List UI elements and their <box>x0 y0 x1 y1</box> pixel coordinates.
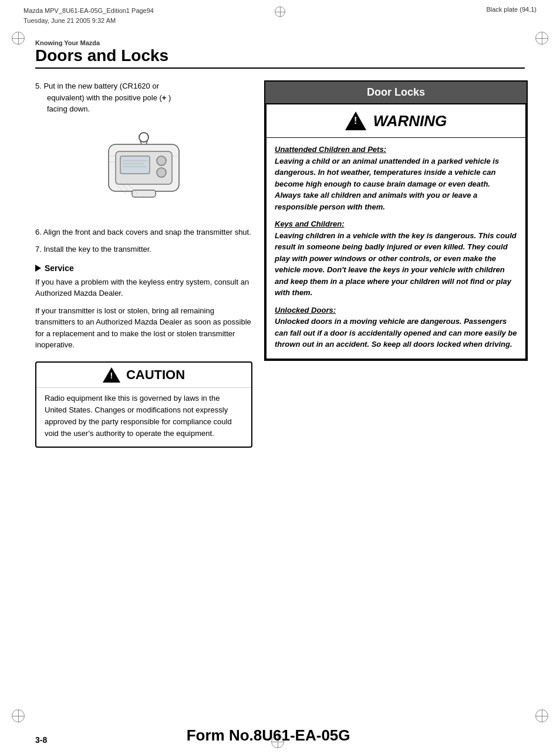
warning-section2: Keys and Children: Leaving children in a… <box>275 218 517 299</box>
header-date: Tuesday, June 21 2005 9:32 AM <box>23 16 154 26</box>
header-plate: Black plate (94,1) <box>486 6 537 13</box>
svg-rect-2 <box>120 156 150 174</box>
two-col-layout: 5. Put in the new battery (CR1620 or equ… <box>0 71 560 448</box>
section-subheading: Knowing Your Mazda <box>35 39 525 46</box>
warning-heading-text: WARNING <box>373 112 447 130</box>
door-locks-title: Door Locks <box>265 82 527 103</box>
step5-line1: 5. Put in the new battery (CR1620 or <box>35 82 159 90</box>
section-heading: Knowing Your Mazda Doors and Locks <box>0 39 560 69</box>
reg-top-center <box>274 6 286 18</box>
form-number: Form No.8U61-EA-05G <box>47 726 490 745</box>
warning-section3-body: Unlocked doors in a moving vehicle are d… <box>275 317 517 349</box>
reg-bottom-left <box>12 709 25 722</box>
header-left: Mazda MPV_8U61-EA-05G_Edition1 Page94 Tu… <box>23 6 154 25</box>
reg-top-left <box>12 32 25 45</box>
service-heading: Service <box>35 263 252 273</box>
svg-rect-8 <box>132 190 156 197</box>
reg-bottom-right <box>535 709 548 722</box>
warning-section1-body: Leaving a child or an animal unattended … <box>275 157 499 211</box>
step5-line4: facing down. <box>35 104 90 113</box>
step7-text: 7. Install the key to the transmitter. <box>35 244 252 255</box>
door-locks-box: Door Locks WARNING Unattended Children a… <box>264 80 528 361</box>
service-heading-text: Service <box>45 263 74 273</box>
service-para1: If you have a problem with the keyless e… <box>35 276 252 299</box>
transmitter-image <box>85 127 203 215</box>
steps-6-7: 6. Align the front and back covers and s… <box>35 226 252 255</box>
step5-text: 5. Put in the new battery (CR1620 or equ… <box>35 80 252 115</box>
caution-heading-text: CAUTION <box>126 367 185 383</box>
page-footer: 3-8 Form No.8U61-EA-05G <box>0 726 560 754</box>
warning-triangle-icon <box>345 111 366 130</box>
svg-point-3 <box>157 156 166 165</box>
warning-section1-title: Unattended Children and Pets: <box>275 145 386 154</box>
header-right: Black plate (94,1) <box>486 6 537 13</box>
section-title: Doors and Locks <box>35 46 525 69</box>
svg-point-5 <box>139 133 149 142</box>
caution-body: Radio equipment like this is governed by… <box>36 387 251 447</box>
service-section: Service If you have a problem with the k… <box>35 263 252 351</box>
left-column: 5. Put in the new battery (CR1620 or equ… <box>35 80 252 448</box>
header-edition: Mazda MPV_8U61-EA-05G_Edition1 Page94 <box>23 6 154 16</box>
warning-section2-title: Keys and Children: <box>275 219 344 228</box>
service-para2: If your transmitter is lost or stolen, b… <box>35 305 252 351</box>
warning-section2-body: Leaving children in a vehicle with the k… <box>275 231 517 297</box>
triangle-bullet-icon <box>35 265 41 272</box>
warning-section3-title: Unlocked Doors: <box>275 306 336 315</box>
step5-continuation: equivalent) with the positive pole (+ ) <box>35 93 171 102</box>
page-number: 3-8 <box>35 735 47 745</box>
page-container: Mazda MPV_8U61-EA-05G_Edition1 Page94 Tu… <box>0 0 560 754</box>
right-column: Door Locks WARNING Unattended Children a… <box>264 80 528 448</box>
reg-top-right <box>535 32 548 45</box>
step6-text: 6. Align the front and back covers and s… <box>35 226 252 238</box>
caution-triangle-icon <box>103 367 120 383</box>
caution-header: CAUTION <box>36 363 251 387</box>
warning-box: WARNING Unattended Children and Pets: Le… <box>265 103 527 360</box>
caution-box: CAUTION Radio equipment like this is gov… <box>35 361 252 448</box>
service-body: If you have a problem with the keyless e… <box>35 276 252 351</box>
warning-header: WARNING <box>266 104 525 138</box>
warning-body: Unattended Children and Pets: Leaving a … <box>266 138 525 359</box>
caution-body-text: Radio equipment like this is governed by… <box>45 394 232 438</box>
warning-section3: Unlocked Doors: Unlocked doors in a movi… <box>275 305 517 350</box>
svg-point-4 <box>157 168 166 177</box>
warning-section1: Unattended Children and Pets: Leaving a … <box>275 144 517 212</box>
